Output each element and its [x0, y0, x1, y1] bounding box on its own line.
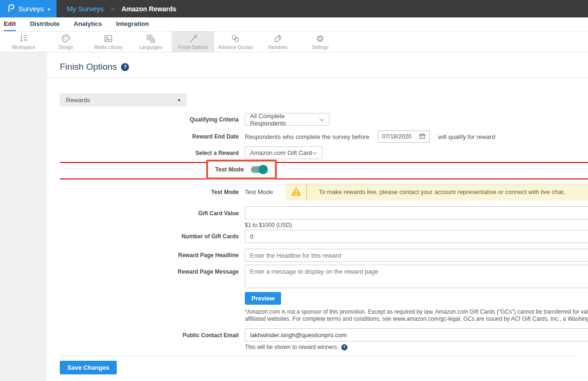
number-of-gift-cards-row: Number of Gift Cards [60, 230, 588, 243]
disclaimer-row: *Amazon.com is not a sponsor of this pro… [60, 308, 588, 323]
toolbar-item-languages[interactable]: A Languages [129, 32, 172, 52]
toolbar-label: Workspace [12, 45, 35, 50]
test-mode-toggle-switch[interactable] [250, 165, 268, 174]
chevron-down-icon: ▾ [48, 7, 50, 12]
rewards-form: Qualifying Criteria All Complete Respond… [60, 113, 588, 374]
gift-card-value-label: Gift Card Value [60, 206, 245, 228]
tab-edit[interactable]: Edit [4, 17, 16, 31]
toolbar-item-variables[interactable]: Variables [257, 32, 299, 52]
svg-text:A: A [152, 39, 154, 42]
divider [60, 356, 578, 356]
reward-end-date-value: 07/18/2020 [382, 133, 412, 140]
test-mode-toggle-highlight: Test Mode [206, 160, 277, 179]
workspace-icon [18, 33, 29, 44]
select-reward-label: Select a Reward [60, 150, 245, 156]
page-title: Finish Options [60, 62, 117, 72]
gift-card-value-row: Gift Card Value $1 to $1000 (USD) [60, 206, 588, 228]
advance-quotas-icon [230, 33, 241, 44]
finish-options-panel: Finish Options ? Rewards ▾ Qualifying Cr… [47, 52, 588, 381]
help-icon[interactable]: ? [121, 63, 129, 71]
main-nav-tabs: Edit Distribute Analytics Integration [0, 17, 588, 32]
warning-triangle-icon [290, 186, 302, 198]
toolbar-label: Design [58, 45, 73, 50]
toolbar-label: Variables [268, 45, 288, 50]
variables-icon [273, 33, 283, 44]
toolbar-item-advance-quotas[interactable]: Advance Quotas [214, 32, 257, 52]
public-contact-email-helper: This will be shown to reward winners. [245, 344, 338, 350]
top-header: Surveys ▾ My Surveys > Amazon Rewards [0, 0, 588, 17]
breadcrumb: My Surveys > Amazon Rewards [56, 0, 588, 17]
toolbar-label: Languages [139, 45, 162, 50]
breadcrumb-separator: > [111, 5, 114, 12]
select-reward-row: Select a Reward Amazon.com Gift Card [60, 146, 588, 159]
reward-end-date-suffix: will qualify for reward [438, 133, 495, 140]
reward-end-date-label: Reward End Date [60, 133, 245, 140]
tab-distribute[interactable]: Distribute [30, 17, 60, 31]
reward-page-message-row: Reward Page Message [60, 265, 588, 288]
breadcrumb-my-surveys[interactable]: My Surveys [67, 5, 104, 13]
reward-end-date-input[interactable]: 07/18/2020 [378, 130, 430, 143]
qualifying-criteria-row: Qualifying Criteria All Complete Respond… [60, 113, 588, 126]
toolbar-item-workspace[interactable]: Workspace [2, 32, 45, 52]
media-library-icon [103, 33, 113, 44]
toolbar-label: Advance Quotas [218, 45, 253, 50]
reward-end-date-prefix: Respondents who complete the survey befo… [245, 133, 370, 140]
select-reward-value: Amazon.com Gift Card [250, 149, 312, 156]
page-background: Finish Options ? Rewards ▾ Qualifying Cr… [0, 52, 588, 381]
rewards-dropdown-value: Rewards [66, 97, 90, 104]
page-heading: Finish Options ? [47, 62, 588, 78]
qualifying-criteria-value: All Complete Respondents [250, 113, 319, 127]
preview-button[interactable]: Preview [245, 292, 281, 305]
reward-page-message-label: Reward Page Message [60, 265, 245, 288]
test-mode-warning-banner: To make rewards live, please contact you… [286, 183, 588, 201]
reward-end-date-row: Reward End Date Respondents who complete… [60, 130, 588, 143]
tab-analytics[interactable]: Analytics [74, 17, 102, 31]
tab-integration[interactable]: Integration [116, 17, 149, 31]
public-contact-email-input[interactable] [245, 328, 588, 341]
public-contact-email-row: Public Contact Email This will be shown … [60, 328, 588, 350]
test-mode-status-value: Test Mode [245, 188, 273, 195]
public-contact-email-label: Public Contact Email [60, 328, 245, 350]
qualifying-criteria-select[interactable]: All Complete Respondents [245, 113, 330, 126]
test-mode-status-label: Test Mode [60, 189, 245, 195]
chevron-down-icon [312, 149, 317, 156]
preview-row: Preview [60, 292, 588, 305]
toolbar-item-finish-options[interactable]: Finish Options [172, 32, 214, 52]
gift-card-value-input[interactable] [245, 206, 588, 219]
reward-page-headline-label: Reward Page Headline [60, 252, 245, 259]
rewards-section-dropdown[interactable]: Rewards ▾ [60, 93, 186, 106]
save-changes-button[interactable]: Save Changes [60, 361, 117, 374]
number-of-gift-cards-input[interactable] [245, 230, 588, 243]
gift-card-value-helper: $1 to $1000 (USD) [245, 222, 588, 228]
toolbar-label: Media Library [94, 45, 123, 50]
edit-toolbar: Workspace Design Media Library [0, 32, 588, 52]
amazon-disclaimer-line1: *Amazon.com is not a sponsor of this pro… [245, 308, 588, 316]
languages-icon: A [145, 33, 156, 44]
qualifying-criteria-label: Qualifying Criteria [60, 116, 245, 123]
design-icon [61, 33, 71, 44]
toolbar-item-media-library[interactable]: Media Library [87, 32, 129, 52]
help-icon[interactable]: ? [341, 344, 347, 350]
test-mode-status-row: Test Mode Test Mode [60, 183, 588, 201]
test-mode-toggle-label: Test Mode [215, 166, 244, 173]
reward-page-headline-input[interactable] [245, 249, 588, 262]
questionpro-logo-icon [7, 3, 15, 15]
warning-message: To make rewards live, please contact you… [307, 183, 565, 201]
surveys-menu-button[interactable]: Surveys ▾ [0, 0, 56, 17]
select-reward-select[interactable]: Amazon.com Gift Card [245, 146, 322, 159]
product-name: Surveys [18, 5, 44, 13]
toolbar-item-design[interactable]: Design [45, 32, 87, 52]
calendar-icon[interactable] [419, 133, 426, 141]
chevron-down-icon: ▾ [178, 97, 180, 103]
reward-page-headline-row: Reward Page Headline [60, 249, 588, 262]
finish-options-icon [188, 33, 198, 44]
toolbar-label: Settings [312, 45, 329, 50]
settings-icon: ⚙ [316, 33, 324, 44]
toolbar-label: Finish Options [178, 45, 208, 50]
number-of-gift-cards-label: Number of Gift Cards [60, 233, 245, 240]
amazon-disclaimer-line2: affiliated websites. For complete terms … [245, 316, 588, 323]
warning-icon-cell [286, 183, 307, 201]
reward-page-message-textarea[interactable] [245, 265, 588, 288]
chevron-down-icon [319, 116, 324, 123]
toolbar-item-settings[interactable]: ⚙ Settings [299, 32, 341, 52]
